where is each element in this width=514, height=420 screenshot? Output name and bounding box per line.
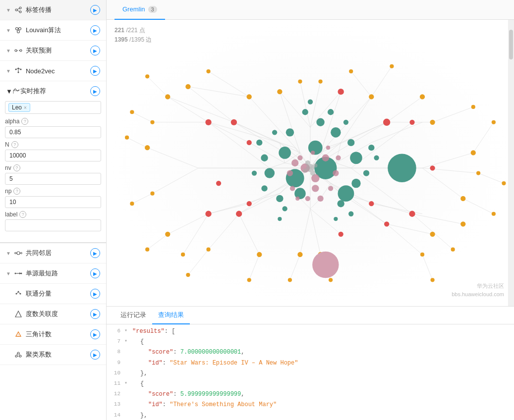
alpha-input[interactable] bbox=[5, 126, 101, 138]
network-graph[interactable] bbox=[107, 20, 514, 306]
run-button-common-neighbors[interactable]: ▶ bbox=[90, 248, 100, 258]
svg-point-237 bbox=[308, 100, 313, 105]
svg-point-246 bbox=[287, 170, 293, 176]
svg-point-179 bbox=[297, 252, 302, 257]
chevron-down-icon: ▼ bbox=[6, 28, 11, 33]
n-help-icon[interactable]: ? bbox=[11, 141, 18, 148]
sidebar-item-label-propagation[interactable]: ▼ 标签传播 ▶ bbox=[0, 0, 106, 20]
sidebar-item-clustering-coeff[interactable]: ▼ 聚类系数 ▶ bbox=[0, 345, 106, 365]
run-button-link-prediction[interactable]: ▶ bbox=[90, 46, 100, 55]
svg-point-7 bbox=[17, 31, 19, 33]
np-input[interactable] bbox=[5, 196, 101, 208]
edge-count-current: 1395 bbox=[114, 36, 128, 43]
sidebar-item-link-prediction[interactable]: ▼ 关联预测 ▶ bbox=[0, 41, 106, 61]
propagation-icon bbox=[14, 5, 23, 14]
main-area: Gremlin 3 221 /221 点 1395 /1395 边 bbox=[107, 0, 514, 420]
svg-point-170 bbox=[460, 196, 465, 201]
sidebar-item-label: Node2vec bbox=[26, 67, 55, 75]
nv-field: nv ? bbox=[5, 164, 101, 185]
run-button-clustering-coeff[interactable]: ▶ bbox=[90, 350, 100, 360]
line-num-9: 9 bbox=[107, 359, 124, 368]
svg-point-37 bbox=[17, 352, 19, 354]
svg-point-236 bbox=[348, 211, 353, 216]
sidebar-section-header-realtime[interactable]: ▼ 实时推荐 ▶ bbox=[0, 81, 106, 101]
tab-gremlin[interactable]: Gremlin 3 bbox=[114, 0, 165, 20]
svg-point-183 bbox=[165, 232, 170, 237]
sidebar-item-connectivity[interactable]: 联通分量 ▶ bbox=[0, 284, 106, 304]
run-button-degree-centrality[interactable]: ▶ bbox=[90, 309, 100, 319]
sidebar-item-label: 三角计数 bbox=[26, 330, 52, 339]
svg-point-174 bbox=[460, 221, 465, 226]
run-button-connectivity[interactable]: ▶ bbox=[90, 289, 100, 299]
nv-input[interactable] bbox=[5, 173, 101, 185]
svg-point-23 bbox=[20, 253, 22, 254]
sidebar-section-realtime: ▼ 实时推荐 ▶ Leo × alpha ? bbox=[0, 81, 106, 243]
code-content-14: }, bbox=[132, 411, 514, 420]
nv-help-icon[interactable]: ? bbox=[13, 164, 20, 171]
edge-count: 1395 /1395 边 bbox=[114, 35, 152, 45]
sidebar-item-louvain[interactable]: ▼ Louvain算法 ▶ bbox=[0, 20, 106, 41]
svg-point-224 bbox=[337, 200, 344, 207]
collapse-arrow-7[interactable]: ▾ bbox=[124, 337, 132, 345]
tab-gremlin-label: Gremlin bbox=[122, 5, 145, 13]
collapse-arrow-11[interactable]: ▾ bbox=[124, 379, 132, 387]
line-num-7: 7 bbox=[107, 337, 124, 346]
svg-point-203 bbox=[409, 120, 414, 125]
code-line-12: 12 "score": 5.999999999999999, bbox=[107, 389, 514, 400]
label-help-icon[interactable]: ? bbox=[19, 211, 26, 218]
degree-icon bbox=[14, 310, 23, 318]
tab-query-result[interactable]: 查询结果 bbox=[152, 307, 190, 324]
svg-point-200 bbox=[247, 201, 252, 206]
svg-point-222 bbox=[261, 155, 268, 161]
large-node-right bbox=[388, 154, 416, 183]
alpha-help-icon[interactable]: ? bbox=[21, 118, 28, 125]
shortest-icon bbox=[14, 269, 23, 278]
n-input[interactable] bbox=[5, 150, 101, 161]
run-button-triangle-count[interactable]: ▶ bbox=[90, 329, 100, 339]
code-line-10: 10 }, bbox=[107, 368, 514, 379]
svg-point-251 bbox=[336, 156, 341, 160]
svg-point-225 bbox=[302, 109, 308, 115]
run-button-single-shortest[interactable]: ▶ bbox=[90, 268, 100, 278]
svg-point-243 bbox=[322, 155, 329, 161]
svg-point-223 bbox=[276, 195, 283, 202]
svg-point-173 bbox=[492, 212, 496, 216]
np-label: np ? bbox=[5, 188, 101, 195]
sidebar-item-label: 单源最短路 bbox=[26, 269, 58, 278]
tag-input-container[interactable]: Leo × bbox=[5, 101, 101, 114]
sidebar-item-degree-centrality[interactable]: ▼ 度数关联度 ▶ bbox=[0, 304, 106, 324]
line-num-13: 13 bbox=[107, 400, 124, 409]
run-button-node2vec[interactable]: ▶ bbox=[90, 66, 100, 76]
svg-point-231 bbox=[272, 130, 277, 135]
sidebar-item-label: 关联预测 bbox=[26, 46, 52, 55]
svg-point-207 bbox=[369, 201, 374, 206]
svg-point-191 bbox=[288, 278, 292, 282]
svg-point-219 bbox=[286, 128, 294, 136]
tab-run-log[interactable]: 运行记录 bbox=[114, 307, 152, 324]
np-help-icon[interactable]: ? bbox=[13, 188, 20, 195]
sidebar-item-node2vec[interactable]: ▼ Node2vec ▶ bbox=[0, 61, 106, 81]
node-count-current: 221 bbox=[114, 27, 124, 34]
svg-point-233 bbox=[374, 156, 379, 160]
sidebar-item-common-neighbors[interactable]: ▼ 共同邻居 ▶ bbox=[0, 243, 106, 263]
collapse-arrow-6[interactable]: ▾ bbox=[124, 327, 132, 335]
run-button-label-propagation[interactable]: ▶ bbox=[90, 5, 100, 15]
svg-point-38 bbox=[15, 355, 17, 357]
bottom-panel: 运行记录 查询结果 6 ▾ "results": [ 7 ▾ { bbox=[107, 306, 514, 420]
run-button-realtime[interactable]: ▶ bbox=[90, 86, 100, 96]
label-input[interactable] bbox=[5, 219, 101, 231]
svg-point-181 bbox=[206, 248, 210, 252]
code-content-12: "score": 5.999999999999999, bbox=[132, 390, 514, 399]
clustering-icon bbox=[14, 350, 23, 359]
tab-run-log-label: 运行记录 bbox=[120, 311, 146, 319]
large-node-pink bbox=[312, 252, 339, 278]
sidebar-item-single-shortest[interactable]: ▼ 单源最短路 ▶ bbox=[0, 263, 106, 284]
svg-point-189 bbox=[186, 273, 190, 277]
run-button-louvain[interactable]: ▶ bbox=[90, 25, 100, 35]
sidebar-item-triangle-count[interactable]: ▼ 三角计数 ▶ bbox=[0, 324, 106, 345]
svg-point-151 bbox=[145, 145, 150, 150]
graph-scrollbar[interactable] bbox=[508, 20, 514, 306]
tag-close-icon[interactable]: × bbox=[24, 105, 27, 110]
link-icon bbox=[14, 46, 23, 55]
sidebar-item-label: 联通分量 bbox=[26, 289, 52, 298]
